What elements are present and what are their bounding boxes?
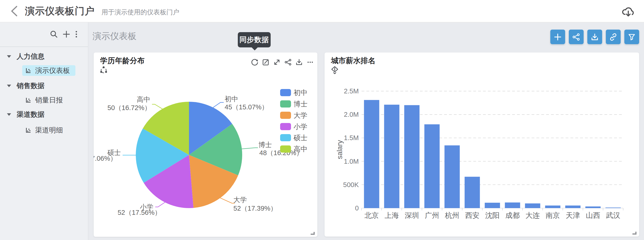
sidebar-group-label: 人力信息 bbox=[17, 52, 44, 61]
dashboard-toolbar bbox=[550, 30, 639, 44]
legend-item-初中[interactable]: 初中 bbox=[280, 89, 308, 96]
sidebar-group-label: 销售数据 bbox=[17, 81, 44, 91]
bar-chart-card: 0500K1.0M1.5M2.0M2.5Msalary北京上海深圳广州杭州西安沈… bbox=[324, 52, 639, 236]
legend-label: 初中 bbox=[294, 89, 308, 96]
y-tick-label: 2.0M bbox=[344, 111, 359, 118]
bar-沈阳[interactable] bbox=[485, 203, 500, 208]
bar-杭州[interactable] bbox=[444, 146, 460, 208]
dashboard-title: 演示仪表板 bbox=[92, 30, 136, 42]
edit-icon[interactable] bbox=[262, 58, 270, 66]
legend-swatch bbox=[280, 89, 291, 96]
pie-label-value: 45（15.07%） bbox=[224, 103, 268, 111]
refresh-icon[interactable] bbox=[251, 58, 258, 66]
sidebar-group-hr[interactable]: 人力信息 bbox=[0, 51, 88, 62]
filter-icon bbox=[628, 33, 636, 41]
bar-广州[interactable] bbox=[424, 124, 440, 208]
y-axis-title: salary bbox=[336, 140, 344, 159]
x-tick-label: 大连 bbox=[526, 211, 540, 220]
sidebar-group-channel[interactable]: 渠道数据 bbox=[0, 109, 88, 120]
pie-chart-canvas[interactable]: 初中45（15.07%）博士48（16.20%）大学52（17.39%）小学52… bbox=[94, 52, 317, 237]
tooltip-arrow bbox=[252, 47, 258, 50]
link-button[interactable] bbox=[606, 30, 621, 44]
sidebar-item-channel-detail[interactable]: 渠道明细 bbox=[22, 125, 76, 136]
x-tick-label: 杭州 bbox=[445, 211, 460, 220]
legend-swatch bbox=[280, 123, 291, 130]
legend-item-小学[interactable]: 小学 bbox=[280, 123, 308, 130]
pie-label-leader bbox=[155, 202, 165, 207]
bar-天津[interactable] bbox=[565, 206, 580, 208]
chart-title: 城市薪水排名 bbox=[331, 56, 376, 66]
sidebar-group-sales[interactable]: 销售数据 bbox=[0, 80, 88, 91]
download-button[interactable] bbox=[587, 30, 602, 44]
cloud-download-icon bbox=[621, 5, 634, 17]
pie-label-name: 高中 bbox=[137, 96, 150, 103]
y-tick-label: 1.0M bbox=[344, 158, 359, 165]
legend-item-硕士[interactable]: 硕士 bbox=[280, 134, 308, 142]
legend-item-高中[interactable]: 高中 bbox=[280, 145, 308, 153]
y-tick-label: 0 bbox=[355, 204, 359, 212]
bar-成都[interactable] bbox=[505, 202, 520, 208]
bar-西安[interactable] bbox=[465, 177, 480, 208]
legend-swatch bbox=[280, 146, 291, 152]
x-tick-label: 西安 bbox=[465, 211, 480, 220]
linkage-dots-icon bbox=[100, 66, 108, 74]
share-button[interactable] bbox=[569, 30, 584, 44]
pie-label-name: 初中 bbox=[224, 95, 238, 103]
y-tick-label: 1.5M bbox=[344, 134, 359, 142]
pie-chart-card: 初中45（15.07%）博士48（16.20%）大学52（17.39%）小学52… bbox=[94, 52, 317, 237]
bar-山西[interactable] bbox=[586, 206, 601, 208]
legend-swatch bbox=[280, 112, 291, 119]
sidebar-item-sales-daily[interactable]: 销量日报 bbox=[22, 95, 76, 106]
caret-down-icon bbox=[7, 84, 11, 87]
link-icon bbox=[609, 33, 618, 41]
download-icon[interactable] bbox=[295, 58, 303, 66]
legend-swatch bbox=[280, 100, 291, 108]
legend-label: 小学 bbox=[294, 123, 308, 130]
back-button[interactable] bbox=[9, 5, 20, 17]
y-tick-label: 2.5M bbox=[344, 88, 359, 95]
legend-item-博士[interactable]: 博士 bbox=[280, 100, 308, 108]
chart-icon bbox=[25, 97, 32, 103]
sidebar-item-demo-dashboard[interactable]: 演示仪表板 bbox=[22, 65, 76, 76]
resize-handle-icon[interactable] bbox=[310, 231, 315, 235]
app-header: 演示仪表板门户 用于演示使用的仪表板门户 bbox=[0, 0, 644, 22]
y-tick-label: 500K bbox=[343, 181, 359, 188]
bar-深圳[interactable] bbox=[404, 105, 420, 208]
search-icon[interactable] bbox=[49, 30, 58, 39]
bar-大连[interactable] bbox=[525, 204, 540, 208]
download-icon bbox=[590, 33, 599, 41]
x-tick-label: 山西 bbox=[586, 211, 600, 220]
pie-label-leader bbox=[213, 102, 224, 108]
bar-南京[interactable] bbox=[545, 206, 560, 208]
bar-武汉[interactable] bbox=[606, 208, 621, 208]
plus-icon bbox=[554, 33, 562, 41]
x-tick-label: 上海 bbox=[385, 211, 399, 220]
resize-handle-icon[interactable] bbox=[632, 230, 637, 235]
x-tick-label: 南京 bbox=[546, 211, 560, 220]
x-tick-label: 深圳 bbox=[405, 211, 419, 220]
expand-icon[interactable] bbox=[273, 58, 281, 66]
bar-chart-canvas[interactable]: 0500K1.0M1.5M2.0M2.5Msalary北京上海深圳广州杭州西安沈… bbox=[324, 52, 639, 236]
portal-title: 演示仪表板门户 bbox=[25, 4, 94, 18]
legend-label: 高中 bbox=[294, 145, 308, 153]
add-icon[interactable] bbox=[62, 30, 71, 39]
legend-item-大学[interactable]: 大学 bbox=[280, 112, 308, 119]
bar-北京[interactable] bbox=[364, 100, 379, 208]
kebab-menu-icon[interactable] bbox=[72, 30, 81, 39]
filter-button[interactable] bbox=[624, 30, 639, 44]
x-tick-label: 武汉 bbox=[606, 211, 620, 220]
legend-swatch bbox=[280, 134, 291, 141]
drill-diamond-icon bbox=[331, 66, 338, 74]
pie-label-leader bbox=[242, 148, 258, 149]
chart-actions bbox=[251, 58, 314, 66]
bar-上海[interactable] bbox=[384, 105, 400, 208]
add-component-button[interactable] bbox=[550, 30, 565, 44]
more-icon[interactable] bbox=[306, 58, 314, 66]
cloud-download-button[interactable] bbox=[621, 4, 634, 18]
share-icon[interactable] bbox=[284, 58, 292, 66]
sidebar-item-label: 销量日报 bbox=[35, 96, 63, 105]
pie-label-leader bbox=[220, 198, 235, 203]
sidebar-group-label: 渠道数据 bbox=[17, 110, 44, 119]
legend-label: 博士 bbox=[294, 100, 308, 108]
x-tick-label: 天津 bbox=[566, 211, 580, 220]
